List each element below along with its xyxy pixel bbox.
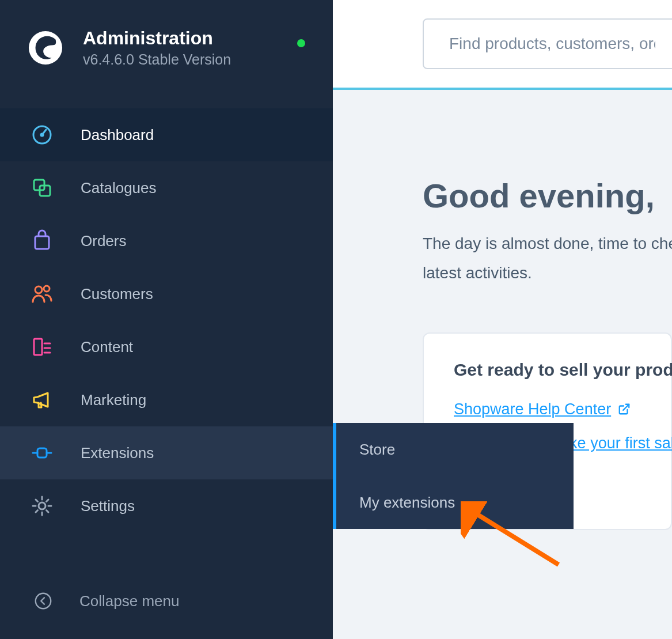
plug-icon — [30, 441, 54, 465]
status-indicator — [297, 39, 305, 47]
sidebar-item-label: Dashboard — [81, 126, 154, 144]
gauge-icon — [30, 123, 54, 147]
svg-point-16 — [36, 593, 51, 608]
brand-title: Administration — [83, 28, 231, 49]
greeting-subtitle-line1: The day is almost done, time to check on — [423, 231, 672, 257]
svg-point-6 — [35, 286, 42, 293]
copy-icon — [30, 176, 54, 200]
sidebar-header: Administration v6.4.6.0 Stable Version — [0, 0, 333, 91]
sidebar-nav: Dashboard Catalogues Orders Customers Co — [0, 91, 333, 574]
sidebar-item-dashboard[interactable]: Dashboard — [0, 108, 333, 161]
sidebar-item-label: Customers — [81, 285, 153, 303]
sidebar-item-settings[interactable]: Settings — [0, 479, 333, 532]
global-search-input[interactable] — [423, 18, 672, 69]
collapse-label: Collapse menu — [79, 592, 179, 610]
flyout-item-label: Store — [359, 441, 395, 459]
svg-rect-12 — [37, 448, 47, 457]
sidebar-item-label: Marketing — [81, 391, 146, 409]
chevron-left-circle-icon — [32, 590, 54, 612]
flyout-item-label: My extensions — [359, 494, 455, 512]
flyout-item-store[interactable]: Store — [336, 423, 574, 476]
collapse-menu-button[interactable]: Collapse menu — [0, 574, 333, 627]
main-area: Good evening, The day is almost done, ti… — [333, 0, 672, 639]
sidebar-item-catalogues[interactable]: Catalogues — [0, 161, 333, 214]
card-title: Get ready to sell your products — [454, 360, 641, 380]
sidebar-item-label: Settings — [81, 497, 135, 515]
sidebar-item-label: Catalogues — [81, 179, 157, 197]
users-icon — [30, 282, 54, 306]
flyout-item-my-extensions[interactable]: My extensions — [336, 476, 574, 529]
sidebar-item-content[interactable]: Content — [0, 320, 333, 373]
sidebar-item-extensions[interactable]: Extensions — [0, 426, 333, 479]
svg-rect-5 — [35, 236, 49, 249]
greeting-subtitle-line2: latest activities. — [423, 260, 672, 286]
gear-icon — [30, 494, 54, 518]
brand-logo — [28, 30, 63, 66]
sidebar-item-label: Extensions — [81, 444, 154, 462]
dashboard-content: Good evening, The day is almost done, ti… — [333, 90, 672, 639]
external-link-icon — [618, 403, 631, 415]
sidebar: Administration v6.4.6.0 Stable Version D… — [0, 0, 333, 639]
brand-version: v6.4.6.0 Stable Version — [83, 51, 231, 68]
bag-icon — [30, 229, 54, 253]
sidebar-item-label: Orders — [81, 232, 126, 250]
extensions-flyout: Store My extensions — [333, 423, 574, 529]
svg-line-19 — [623, 404, 629, 410]
sidebar-item-label: Content — [81, 338, 133, 356]
shopware-logo-icon — [28, 30, 63, 66]
sidebar-item-customers[interactable]: Customers — [0, 267, 333, 320]
megaphone-icon — [30, 388, 54, 412]
svg-rect-8 — [34, 339, 42, 355]
top-bar — [333, 0, 672, 90]
svg-point-2 — [41, 134, 43, 136]
link-label: Shopware Help Center — [454, 400, 611, 418]
sidebar-item-orders[interactable]: Orders — [0, 214, 333, 267]
greeting-title: Good evening, — [423, 176, 672, 215]
layout-icon — [30, 335, 54, 359]
link-help-center[interactable]: Shopware Help Center — [454, 400, 641, 418]
svg-point-15 — [39, 502, 45, 509]
svg-point-7 — [44, 286, 50, 292]
svg-point-0 — [29, 31, 62, 65]
sidebar-item-marketing[interactable]: Marketing — [0, 373, 333, 426]
